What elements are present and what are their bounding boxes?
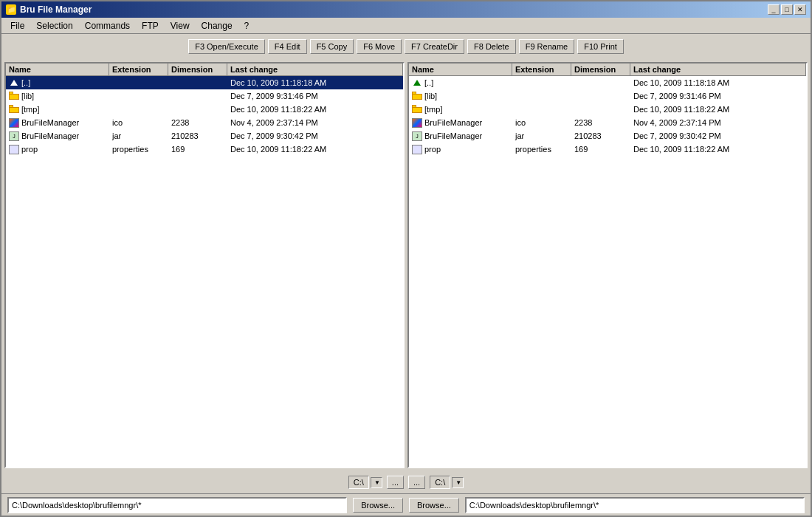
bottom-bar: C:\ ▼ ... ... C:\ ▼	[1, 471, 811, 493]
left-path-input[interactable]	[7, 497, 347, 513]
f6-move-button[interactable]: F6 Move	[357, 39, 402, 54]
menu-change[interactable]: Change	[196, 19, 238, 32]
table-row[interactable]: prop properties 169 Dec 10, 2009 11:18:2…	[6, 143, 403, 156]
left-panel-header: Name Extension Dimension Last change	[6, 64, 403, 76]
menu-commands[interactable]: Commands	[79, 19, 136, 32]
left-drive-button[interactable]: C:\	[348, 476, 369, 489]
menu-file[interactable]: File	[4, 19, 30, 32]
left-col-ext: Extension	[109, 64, 168, 75]
title-bar-left: 📁 Bru File Manager	[6, 4, 92, 15]
left-file-panel: Name Extension Dimension Last change [..…	[4, 62, 405, 468]
minimize-button[interactable]: _	[768, 4, 780, 15]
right-ellipsis-button[interactable]: ...	[408, 476, 425, 489]
app-icon: 📁	[6, 4, 16, 15]
window-title: Bru File Manager	[20, 4, 92, 15]
right-browse-button[interactable]: Browse...	[409, 498, 459, 513]
menu-selection[interactable]: Selection	[30, 19, 78, 32]
menu-help[interactable]: ?	[238, 19, 255, 32]
maximize-button[interactable]: □	[781, 4, 793, 15]
close-button[interactable]: ✕	[794, 4, 806, 15]
left-col-name: Name	[6, 64, 109, 75]
left-drive-dropdown[interactable]: ▼	[371, 477, 382, 488]
chevron-down-icon: ▼	[374, 479, 380, 486]
toolbar: F3 Open/Execute F4 Edit F5 Copy F6 Move …	[1, 34, 811, 59]
table-row[interactable]: BruFileManager ico 2238 Nov 4, 2009 2:37…	[6, 116, 403, 129]
left-browse-button[interactable]: Browse...	[353, 498, 403, 513]
right-col-last: Last change	[630, 64, 806, 75]
f5-copy-button[interactable]: F5 Copy	[310, 39, 354, 54]
right-path-input[interactable]	[465, 497, 805, 513]
right-col-ext: Extension	[512, 64, 571, 75]
path-bar: Browse... Browse...	[1, 493, 811, 516]
right-panel-header: Name Extension Dimension Last change	[409, 64, 806, 76]
table-row[interactable]: J BruFileManager jar 210283 Dec 7, 2009 …	[6, 129, 403, 143]
table-row[interactable]: [lib] Dec 7, 2009 9:31:46 PM	[409, 89, 806, 103]
left-col-dim: Dimension	[168, 64, 227, 75]
menu-ftp[interactable]: FTP	[136, 19, 165, 32]
left-ellipsis-button[interactable]: ...	[387, 476, 404, 489]
right-col-dim: Dimension	[571, 64, 630, 75]
left-col-last: Last change	[227, 64, 403, 75]
right-file-list: [..] Dec 10, 2009 11:18:18 AM [lib] Dec …	[409, 76, 806, 467]
left-file-list: [..] Dec 10, 2009 11:18:18 AM [lib] Dec …	[6, 76, 403, 467]
f8-delete-button[interactable]: F8 Delete	[467, 39, 516, 54]
f10-print-button[interactable]: F10 Print	[577, 39, 624, 54]
menu-bar: File Selection Commands FTP View Change …	[1, 18, 811, 34]
chevron-down-icon: ▼	[455, 479, 461, 486]
table-row[interactable]: prop properties 169 Dec 10, 2009 11:18:2…	[409, 143, 806, 156]
table-row[interactable]: [lib] Dec 7, 2009 9:31:46 PM	[6, 89, 403, 103]
main-window: 📁 Bru File Manager _ □ ✕ File Selection …	[0, 0, 812, 517]
left-drive-select: C:\ ▼	[348, 476, 382, 489]
right-drive-button[interactable]: C:\	[430, 476, 450, 489]
table-row[interactable]: BruFileManager ico 2238 Nov 4, 2009 2:37…	[409, 116, 806, 129]
right-drive-select: C:\ ▼	[430, 476, 464, 489]
f7-createdir-button[interactable]: F7 CreateDir	[405, 39, 464, 54]
table-row[interactable]: [tmp] Dec 10, 2009 11:18:22 AM	[6, 103, 403, 116]
menu-view[interactable]: View	[165, 19, 196, 32]
panels-container: Name Extension Dimension Last change [..…	[1, 59, 811, 471]
right-col-name: Name	[409, 64, 512, 75]
table-row[interactable]: J BruFileManager jar 210283 Dec 7, 2009 …	[409, 129, 806, 143]
f9-rename-button[interactable]: F9 Rename	[519, 39, 574, 54]
right-drive-dropdown[interactable]: ▼	[452, 477, 464, 488]
table-row[interactable]: [..] Dec 10, 2009 11:18:18 AM	[409, 76, 806, 89]
table-row[interactable]: [..] Dec 10, 2009 11:18:18 AM	[6, 76, 403, 89]
right-file-panel: Name Extension Dimension Last change [..…	[407, 62, 808, 468]
title-bar: 📁 Bru File Manager _ □ ✕	[1, 1, 811, 18]
table-row[interactable]: [tmp] Dec 10, 2009 11:18:22 AM	[409, 103, 806, 116]
title-controls: _ □ ✕	[768, 4, 806, 15]
f3-open-execute-button[interactable]: F3 Open/Execute	[188, 39, 265, 54]
f4-edit-button[interactable]: F4 Edit	[268, 39, 307, 54]
